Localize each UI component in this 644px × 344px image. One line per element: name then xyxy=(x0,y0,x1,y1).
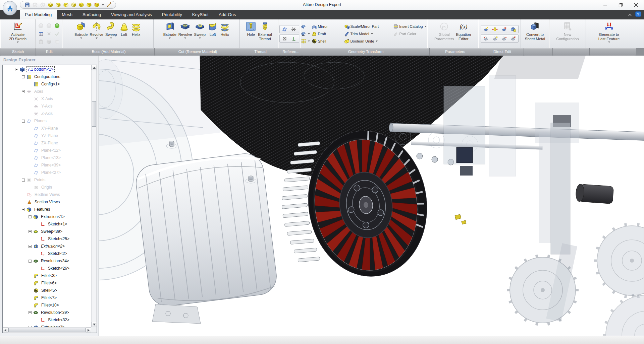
new-config-button[interactable]: New Configuration xyxy=(555,20,580,47)
resize-cylinder-button[interactable] xyxy=(492,26,498,32)
tree-item-fillet-6-[interactable]: Fillet<6> xyxy=(3,279,91,287)
boolean-unite-button[interactable]: Boolean Unite xyxy=(344,39,393,44)
status-green-button[interactable] xyxy=(54,23,60,29)
tree-item-sketch-26-[interactable]: Sketch<26> xyxy=(3,265,91,272)
tab-part-modeling[interactable]: Part Modeling xyxy=(20,10,57,19)
3d-viewport[interactable] xyxy=(99,56,644,336)
loft-boss-button[interactable]: Loft xyxy=(118,20,130,47)
revolve-boss-button[interactable]: Revolve xyxy=(89,20,104,47)
collapse-expander-icon[interactable] xyxy=(29,311,32,314)
extrude-boss-button[interactable]: Extrude xyxy=(73,20,89,47)
collapse-expander-icon[interactable] xyxy=(29,215,32,218)
tree-item-config-1-[interactable]: Config<1> xyxy=(3,80,91,88)
tab-printability[interactable]: Printability xyxy=(157,10,187,19)
tree-item-extrusion-1-[interactable]: Extrusion<1> xyxy=(3,213,91,220)
generate-last-button[interactable]: Generate to Last Feature xyxy=(597,20,621,47)
ref-plane-button[interactable] xyxy=(282,26,288,32)
tree-item-fillet-10-[interactable]: Fillet<10> xyxy=(3,301,91,309)
tree-item-features[interactable]: Features xyxy=(3,206,91,213)
restore-button[interactable] xyxy=(613,0,628,10)
tree-item-revolution-39-[interactable]: Revolution<39> xyxy=(3,309,91,316)
grab-offset-button[interactable] xyxy=(501,36,507,42)
tree-item-planes[interactable]: Planes xyxy=(3,117,91,125)
tree-item-extrusion-7-[interactable]: Extrusion<7> xyxy=(3,324,91,327)
tab-keyshot[interactable]: KeyShot xyxy=(187,10,214,19)
tree-item-redline-views[interactable]: Redline Views xyxy=(3,191,91,198)
undo-sphere-button[interactable] xyxy=(38,23,44,29)
tree-item-extrusion-2-[interactable]: Extrusion<2> xyxy=(3,243,91,250)
help-icon[interactable]: ? xyxy=(635,11,641,18)
delete-x-button[interactable] xyxy=(46,31,52,37)
sheet-metal-button[interactable]: Convert to Sheet Metal xyxy=(524,20,546,47)
minimize-button[interactable] xyxy=(597,0,613,10)
confirm-check-button[interactable] xyxy=(54,31,60,37)
tab-mesh[interactable]: Mesh xyxy=(57,10,77,19)
redo-sphere-button[interactable] xyxy=(46,23,52,29)
collapse-expander-icon[interactable] xyxy=(22,75,25,78)
extrude-cut-button[interactable]: Extrude xyxy=(162,20,177,47)
tree-item-yz-plane[interactable]: YZ-Plane xyxy=(3,132,91,139)
draft-button[interactable]: Draft xyxy=(312,31,344,37)
tree-item-origin[interactable]: Origin xyxy=(3,184,91,191)
close-button[interactable] xyxy=(628,0,644,10)
horizontal-scroll-thumb[interactable] xyxy=(8,328,86,332)
mirror-button[interactable]: Mirror xyxy=(312,24,344,29)
scroll-right-icon[interactable] xyxy=(86,328,91,333)
tree-item-x-axis[interactable]: X-Axis xyxy=(3,95,91,102)
scale-mirror-button[interactable]: Scale/Mirror Part xyxy=(344,24,393,29)
tree-item-configurations[interactable]: Configurations xyxy=(3,73,91,80)
tree-item-z-axis[interactable]: Z-Axis xyxy=(3,110,91,117)
activate-sketch-button[interactable]: Activate 2D Sketch xyxy=(8,20,28,47)
scroll-up-icon[interactable] xyxy=(92,65,97,70)
tree-item-section-views[interactable]: Section Views xyxy=(3,198,91,206)
ref-point-button[interactable] xyxy=(282,36,288,42)
tree-item-revolution-34-[interactable]: Revolution<34> xyxy=(3,257,91,265)
shell-gt-button[interactable]: Shell xyxy=(312,39,344,44)
tree-item-plane-39-[interactable]: Plane<39> xyxy=(3,161,91,169)
paste-button[interactable] xyxy=(38,39,44,45)
tree-item-sketch-2-[interactable]: Sketch<2> xyxy=(3,250,91,257)
grab-remove-button[interactable] xyxy=(510,36,516,42)
hole-button[interactable]: Hole xyxy=(245,20,257,47)
grab-move-button[interactable] xyxy=(483,36,489,42)
tree-item-points[interactable]: Points xyxy=(3,176,91,184)
collapse-expander-icon[interactable] xyxy=(15,68,18,71)
tree-item-axes[interactable]: Axes xyxy=(3,88,91,95)
collapse-expander-icon[interactable] xyxy=(29,260,32,263)
grab-resize-button[interactable] xyxy=(492,36,498,42)
scroll-down-icon[interactable] xyxy=(92,322,97,327)
loft-cut-button[interactable]: Loft xyxy=(207,20,219,47)
tree-item-fillet-3-[interactable]: Fillet<3> xyxy=(3,272,91,279)
tree-item-y-axis[interactable]: Y-Axis xyxy=(3,102,91,110)
vertical-scroll-thumb[interactable] xyxy=(92,101,96,127)
sweep-cut-button[interactable]: Sweep xyxy=(193,20,207,47)
collapse-expander-icon[interactable] xyxy=(22,208,25,211)
tree-item-sketch-1-[interactable]: Sketch<1> xyxy=(3,220,91,228)
pattern-button[interactable] xyxy=(301,39,312,44)
offset-face-button[interactable] xyxy=(510,26,516,32)
sweep-boss-button[interactable]: Sweep xyxy=(104,20,118,47)
tab-surfacing[interactable]: Surfacing xyxy=(77,10,106,19)
tab-viewing-and-analysis[interactable]: Viewing and Analysis xyxy=(106,10,157,19)
edit-table-button[interactable] xyxy=(38,31,44,37)
part-color-button[interactable]: Part Color xyxy=(393,31,427,37)
collapse-expander-icon[interactable] xyxy=(29,245,32,248)
external-thread-button[interactable]: External Thread xyxy=(257,20,273,47)
collapse-expander-icon[interactable] xyxy=(29,230,32,233)
tree-item-7-1-bottom-1-[interactable]: 7.1 bottom<1> xyxy=(3,66,91,73)
tree-item-plane-12-[interactable]: Plane<12> xyxy=(3,147,91,154)
insert-catalog-button[interactable]: Insert Catalog xyxy=(393,24,427,29)
tree-item-xy-plane[interactable]: XY-Plane xyxy=(3,125,91,132)
revolve-cut-button[interactable]: Revolve xyxy=(177,20,193,47)
collapse-ribbon-icon[interactable] xyxy=(628,12,632,18)
remove-face-button[interactable] xyxy=(501,26,507,32)
tree-item-zx-plane[interactable]: ZX-Plane xyxy=(3,139,91,147)
collapse-expander-icon[interactable] xyxy=(22,179,25,182)
ref-csys-button[interactable] xyxy=(291,36,297,42)
collapse-expander-icon[interactable] xyxy=(22,90,25,93)
move-part-button[interactable] xyxy=(301,24,312,29)
collapse-expander-icon[interactable] xyxy=(29,326,32,327)
tree-item-fillet-7-[interactable]: Fillet<7> xyxy=(3,294,91,301)
ref-axis-button[interactable] xyxy=(291,26,297,32)
tree-vertical-scrollbar[interactable] xyxy=(91,65,97,327)
